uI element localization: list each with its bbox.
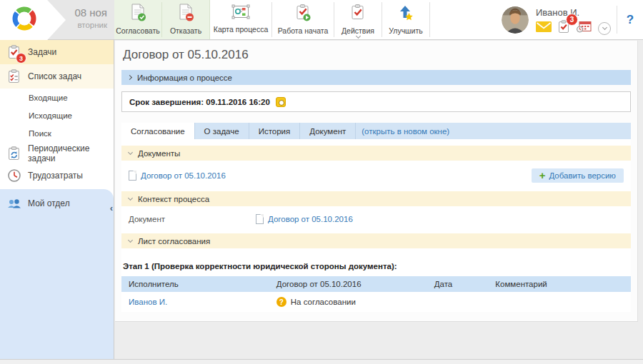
- sidebar-item-label: Список задач: [28, 71, 81, 81]
- user-icons-row: 3: [536, 20, 611, 36]
- reject-document-icon: [177, 4, 194, 25]
- chevron-down-icon: [128, 237, 133, 242]
- sidebar-item-label: Поиск: [29, 129, 51, 138]
- approve-document-icon: [129, 4, 146, 25]
- tab-document[interactable]: Документ: [300, 123, 356, 139]
- process-info-toggle[interactable]: Информация о процессе: [121, 70, 631, 85]
- work-started-button-label: Работа начата: [278, 26, 329, 35]
- sidebar-item-tasks[interactable]: 3 Задачи: [0, 40, 114, 64]
- user-column: Иванов И.: [536, 3, 611, 36]
- process-map-button[interactable]: Карта процесса: [210, 0, 271, 39]
- work-started-button[interactable]: Работа начата: [272, 0, 334, 39]
- section-documents-header[interactable]: Документы: [121, 146, 631, 161]
- deadline-box: Срок завершения: 09.11.2016 16:20: [121, 91, 631, 112]
- context-document-link[interactable]: Договор от 05.10.2016: [268, 215, 353, 223]
- envelope-icon: [536, 21, 552, 35]
- date-cell: [427, 292, 489, 312]
- task-list-icon: [7, 69, 21, 84]
- help-button[interactable]: ?: [617, 0, 643, 39]
- document-link-wrap: Договор от 05.10.2016: [256, 214, 353, 224]
- tab-approval[interactable]: Согласование: [121, 123, 195, 139]
- chevron-down-circle-icon: [598, 22, 611, 35]
- improve-button-label: Улучшить: [389, 26, 422, 35]
- top-header: 08 ноя вторник Согласовать: [0, 0, 643, 40]
- context-field-label: Документ: [129, 215, 256, 223]
- chevron-right-icon: [127, 75, 132, 80]
- reject-button-label: Отказать: [170, 26, 201, 35]
- tab-about-task[interactable]: О задаче: [195, 123, 249, 139]
- sidebar-item-my-department[interactable]: Мой отдел: [0, 193, 114, 213]
- sidebar-item-inbox[interactable]: Входящие: [0, 89, 114, 106]
- user-menu-button[interactable]: [598, 22, 611, 35]
- document-link[interactable]: Договор от 05.10.2016: [141, 171, 226, 180]
- sidebar-item-task-list[interactable]: Список задач: [0, 64, 114, 89]
- periodic-tasks-icon: [7, 146, 21, 161]
- calendar-button[interactable]: [577, 21, 592, 36]
- tasks-clipboard-icon: 3: [7, 45, 21, 59]
- approve-button[interactable]: Согласовать: [114, 0, 161, 39]
- app-logo[interactable]: [0, 0, 66, 40]
- date-day: 08 ноя: [74, 6, 107, 20]
- executor-link[interactable]: Иванов И.: [129, 298, 167, 306]
- page-title: Договор от 05.10.2016: [123, 48, 631, 62]
- logo-corner: 08 ноя вторник: [0, 0, 114, 39]
- tab-label: История: [259, 127, 291, 136]
- improve-button[interactable]: Улучшить: [382, 0, 429, 39]
- sidebar-collapse-button[interactable]: ‹: [110, 203, 113, 213]
- tabstrip: Согласование О задаче История Документ (…: [121, 123, 631, 139]
- section-title: Контекст процесса: [138, 195, 209, 203]
- sidebar-item-label: Мой отдел: [28, 198, 70, 208]
- user-block: Иванов И.: [502, 0, 617, 39]
- sidebar-item-periodic-tasks[interactable]: Периодические задачи: [0, 142, 114, 164]
- documents-row: Договор от 05.10.2016 + Добавить версию: [121, 161, 631, 191]
- sidebar-item-label: Входящие: [29, 93, 68, 102]
- file-icon: [256, 214, 264, 224]
- sidebar-item-time-costs[interactable]: Трудозатраты: [0, 164, 114, 186]
- work-started-icon: [294, 4, 311, 25]
- status-cell: ? На согласовании: [276, 297, 420, 307]
- bottom-status-bar: [0, 359, 643, 364]
- actions-menu-button[interactable]: Действия: [334, 0, 382, 39]
- stage-title: Этап 1 (Проверка корректности юридическо…: [123, 262, 631, 271]
- reject-button[interactable]: Отказать: [162, 0, 209, 39]
- open-in-new-window-link[interactable]: (открыть в новом окне): [356, 123, 455, 139]
- file-icon: [129, 171, 136, 181]
- date-weekday: вторник: [74, 20, 107, 30]
- section-context-header[interactable]: Контекст процесса: [121, 191, 631, 206]
- sidebar-item-label: Трудозатраты: [28, 171, 83, 181]
- context-row: Документ Договор от 05.10.2016: [121, 206, 631, 233]
- tab-label: Документ: [309, 127, 346, 136]
- approval-table-row: Иванов И. ? На согласовании: [121, 292, 631, 312]
- sidebar-item-label: Исходящие: [29, 111, 72, 120]
- process-info-label: Информация о процессе: [137, 74, 232, 82]
- app-window: 08 ноя вторник Согласовать: [0, 0, 643, 364]
- tab-history[interactable]: История: [249, 123, 301, 139]
- messages-button[interactable]: [536, 21, 552, 35]
- status-question-icon: ?: [276, 297, 286, 307]
- plus-icon: +: [539, 171, 546, 180]
- add-version-label: Добавить версию: [549, 171, 616, 180]
- approval-table: Исполнитель Договор от 05.10.2016 Дата К…: [121, 276, 631, 312]
- approval-table-header-row: Исполнитель Договор от 05.10.2016 Дата К…: [121, 276, 631, 292]
- chevron-down-icon: [602, 24, 607, 29]
- process-map-button-label: Карта процесса: [214, 25, 268, 34]
- tab-label: О задаче: [204, 127, 239, 136]
- sidebar-item-search[interactable]: Поиск: [0, 124, 114, 142]
- col-date: Дата: [427, 276, 489, 292]
- sidebar-bottom-section: Мой отдел ‹: [0, 189, 114, 359]
- document-link-wrap: Договор от 05.10.2016: [129, 171, 226, 181]
- actions-clipboard-icon: [349, 4, 367, 25]
- add-version-button[interactable]: + Добавить версию: [532, 168, 624, 183]
- section-approval-sheet-header[interactable]: Лист согласования: [121, 233, 631, 248]
- tasks-notifications-button[interactable]: 3: [558, 20, 570, 36]
- sidebar: 3 Задачи Список задач Входящие Исходящие: [0, 40, 114, 359]
- tab-label: Согласование: [131, 127, 185, 136]
- main-area: Договор от 05.10.2016 Информация о проце…: [115, 41, 643, 359]
- user-avatar[interactable]: [502, 6, 529, 34]
- deadline-clock-icon: [276, 97, 286, 107]
- improve-icon: [397, 4, 414, 25]
- sidebar-item-label: Задачи: [28, 47, 56, 57]
- header-spacer: [430, 0, 502, 39]
- sidebar-item-outbox[interactable]: Исходящие: [0, 106, 114, 124]
- col-document: Договор от 05.10.2016: [269, 276, 427, 292]
